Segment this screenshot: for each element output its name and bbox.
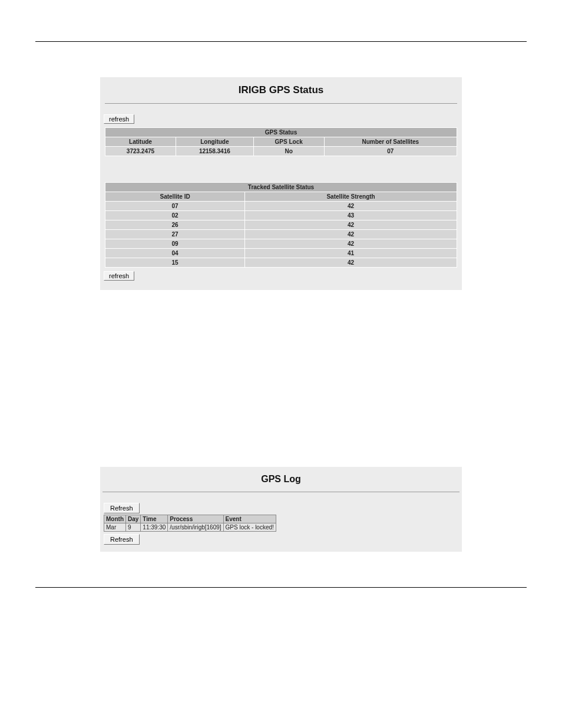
sat-strength-cell: 42	[245, 258, 457, 268]
sat-row: 2642	[105, 220, 457, 230]
log-col-time: Time	[141, 515, 168, 523]
log-process: /usr/sbin/irigb[1609]	[168, 523, 223, 532]
log-col-day: Day	[126, 515, 141, 523]
sat-id-cell: 04	[105, 249, 245, 258]
log-col-event: Event	[223, 515, 276, 523]
gps-log-title: GPS Log	[101, 474, 461, 485]
log-refresh-button-bottom[interactable]: Refresh	[104, 534, 140, 545]
gps-log-table: Month Day Time Process Event Mar 9 11:39…	[104, 515, 276, 532]
sat-row: 0441	[105, 249, 457, 258]
log-refresh-button-top[interactable]: Refresh	[104, 503, 140, 513]
sat-strength-cell: 42	[245, 230, 457, 239]
sat-col-strength: Satellite Strength	[245, 192, 457, 202]
gps-status-divider	[105, 103, 457, 104]
bottom-divider	[35, 587, 527, 588]
log-row: Mar 9 11:39:30 /usr/sbin/irigb[1609] GPS…	[104, 523, 276, 532]
gps-status-title: IRIGB GPS Status	[103, 84, 459, 96]
gps-status-caption: GPS Status	[105, 128, 457, 137]
gps-log-panel: GPS Log Refresh Month Day Time Process E…	[100, 467, 462, 552]
log-col-process: Process	[168, 515, 223, 523]
log-event: GPS lock - locked!	[223, 523, 276, 532]
sat-strength-cell: 43	[245, 211, 457, 220]
sat-row: 2742	[105, 230, 457, 239]
sat-id-cell: 15	[105, 258, 245, 268]
gps-col-lat: Latitude	[105, 137, 176, 147]
sat-id-cell: 09	[105, 239, 245, 249]
gps-col-numsat: Number of Satellites	[324, 137, 457, 147]
top-divider	[35, 41, 527, 42]
gps-col-lon: Longitude	[176, 137, 253, 147]
sat-col-id: Satellite ID	[105, 192, 245, 202]
sat-row: 0942	[105, 239, 457, 249]
sat-row: 0742	[105, 202, 457, 211]
log-time: 11:39:30	[141, 523, 168, 532]
sat-row: 1542	[105, 258, 457, 268]
refresh-button-bottom[interactable]: refresh	[104, 271, 134, 281]
sat-id-cell: 07	[105, 202, 245, 211]
tracked-sat-table: Tracked Satellite Status Satellite ID Sa…	[105, 182, 457, 268]
gps-status-table: GPS Status Latitude Longitude GPS Lock N…	[105, 127, 457, 156]
sat-strength-cell: 42	[245, 239, 457, 249]
refresh-button-top[interactable]: refresh	[104, 114, 134, 124]
gps-log-divider	[103, 492, 459, 492]
sat-id-cell: 27	[105, 230, 245, 239]
gps-lon-value: 12158.3416	[176, 147, 253, 156]
sat-strength-cell: 42	[245, 202, 457, 211]
sat-id-cell: 26	[105, 220, 245, 230]
sat-id-cell: 02	[105, 211, 245, 220]
gps-numsat-value: 07	[324, 147, 457, 156]
gps-status-row: 3723.2475 12158.3416 No 07	[105, 147, 457, 156]
gps-col-lock: GPS Lock	[253, 137, 324, 147]
sat-row: 0243	[105, 211, 457, 220]
tracked-sat-caption: Tracked Satellite Status	[105, 183, 457, 192]
log-day: 9	[126, 523, 141, 532]
log-col-month: Month	[104, 515, 126, 523]
gps-lock-value: No	[253, 147, 324, 156]
log-month: Mar	[104, 523, 126, 532]
gps-lat-value: 3723.2475	[105, 147, 176, 156]
sat-strength-cell: 41	[245, 249, 457, 258]
sat-strength-cell: 42	[245, 220, 457, 230]
gps-status-panel: IRIGB GPS Status refresh GPS Status Lati…	[100, 77, 462, 290]
